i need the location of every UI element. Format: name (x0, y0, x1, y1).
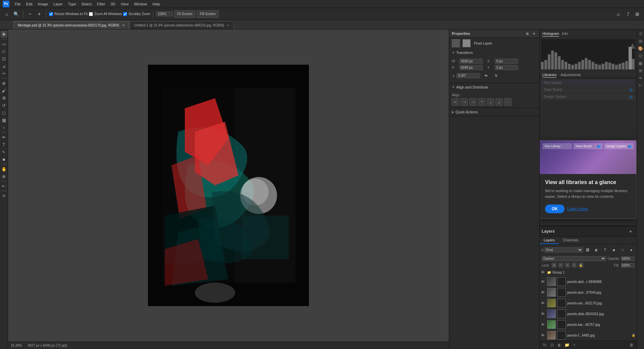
layer-3-eye[interactable]: 👁 (541, 301, 546, 305)
distribute-more[interactable]: ··· (504, 98, 512, 106)
filter-kind-select[interactable]: Kind (544, 247, 583, 252)
align-center-h[interactable]: ⊣ (461, 98, 468, 106)
layer-row-5[interactable]: 👁 pexels-kar...46757.jpg (540, 319, 637, 330)
tool-dodge[interactable]: ○ (1, 124, 7, 131)
your-library-item[interactable]: Your Library (541, 79, 635, 86)
library-design-system[interactable]: Design System 👥 (604, 143, 634, 149)
layer-row-4[interactable]: 👁 pexels-dids-3824262.jpg (540, 308, 637, 319)
menu-help[interactable]: Help (150, 0, 163, 8)
align-right[interactable]: ⊣ (469, 98, 477, 106)
quick-actions-header[interactable]: ▶ Quick Actions (449, 108, 539, 116)
menu-layer[interactable]: Layer (51, 0, 65, 8)
layer-row-3[interactable]: 👁 pexels-ser...602170.jpg (540, 298, 637, 308)
flip-h-button[interactable]: ⇆ (482, 71, 490, 79)
filter-text-btn[interactable]: T (601, 246, 609, 254)
scrubby-zoom-checkbox[interactable]: Scrubby Zoom (123, 12, 150, 16)
filter-smart-btn[interactable]: ☆ (619, 246, 627, 254)
layer-fx-button[interactable]: fx (542, 342, 548, 348)
tool-fg-bg[interactable]: ■□ (1, 183, 7, 189)
layer-1-eye[interactable]: 👁 (541, 280, 546, 284)
swatches-icon[interactable]: ⊡ (638, 53, 644, 59)
fit-screen-button[interactable]: Fit Screen (174, 10, 196, 18)
tool-stamp[interactable]: ♻ (1, 95, 7, 101)
filter-shape-btn[interactable]: ■ (610, 246, 618, 254)
layer-row-2[interactable]: 👁 pexels-ann...67544.jpg (540, 287, 637, 298)
layers-add-button[interactable]: + (627, 227, 635, 235)
menu-select[interactable]: Select (79, 0, 95, 8)
histogram-tab[interactable]: Histogram (542, 31, 559, 37)
menu-3d[interactable]: 3D (108, 0, 118, 8)
filter-pixel-btn[interactable]: 🖼 (584, 246, 592, 254)
flip-v-button[interactable]: ⇅ (492, 71, 500, 79)
lock-all-icon[interactable]: 🔒 (579, 263, 583, 268)
tool-type[interactable]: T (1, 141, 7, 148)
h-input[interactable] (459, 65, 483, 70)
zoom-out-button[interactable]: − (26, 10, 34, 18)
zoom-input[interactable] (156, 11, 173, 16)
blend-mode-select[interactable]: Darken (542, 256, 606, 261)
opacity-input[interactable] (621, 256, 635, 261)
properties-expand[interactable]: ⊞ (525, 31, 530, 36)
group-1-header[interactable]: 👁 📁 Group 1 (540, 268, 637, 276)
library-team-brand[interactable]: Team Brand 👥 (573, 143, 603, 149)
tool-path-select[interactable]: ↖ (1, 149, 7, 155)
tool-zoom[interactable]: ⊕ (1, 173, 7, 180)
zoom-all-windows-checkbox[interactable]: Zoom All Windows (89, 12, 122, 16)
properties-close[interactable]: ✕ (531, 31, 537, 36)
search-button[interactable]: 🔍 (12, 10, 20, 18)
layer-delete-button[interactable]: 🗑 (629, 342, 635, 348)
y-input[interactable] (495, 65, 518, 70)
transform-header[interactable]: ▼ Transform (449, 49, 539, 57)
menu-image[interactable]: Image (35, 0, 51, 8)
history-icon[interactable]: ↺ (638, 31, 644, 37)
align-center-v[interactable]: ⊥ (487, 98, 494, 106)
channels-tab[interactable]: Channels (559, 237, 582, 244)
layer-row-6[interactable]: 👁 pexels-f...9485.jpg 🔒 (540, 330, 637, 341)
fill-input[interactable] (621, 263, 635, 268)
share-button[interactable]: ⤴ (624, 10, 632, 18)
align-bottom[interactable]: ⊥ (495, 98, 503, 106)
layers-tab[interactable]: Layers (540, 237, 559, 244)
filter-toggle-btn[interactable]: ● (627, 246, 635, 254)
resize-windows-checkbox[interactable]: Resize Windows to Fit (49, 12, 88, 16)
workspace-button[interactable]: ⊞ (633, 10, 641, 18)
gradient-panel-icon[interactable]: ▦ (638, 60, 644, 66)
layer-2-eye[interactable]: 👁 (541, 290, 546, 294)
layer-new-button[interactable]: + (571, 342, 577, 348)
lock-artboard-icon[interactable]: ⊡ (572, 263, 577, 268)
tool-move[interactable]: ✛ (1, 31, 7, 38)
menu-view[interactable]: View (118, 0, 131, 8)
search-right-button[interactable]: ⌕ (614, 10, 623, 18)
libraries-tab[interactable]: Libraries (542, 72, 556, 78)
library-ok-button[interactable]: OK (545, 205, 565, 213)
properties-icon[interactable]: ⊞ (638, 38, 644, 44)
tool-hand[interactable]: ✋ (1, 166, 7, 172)
tab-1-close[interactable]: ✕ (122, 23, 125, 27)
tool-crop[interactable]: ⊿ (1, 63, 7, 69)
tab-1[interactable]: Montage.psd @ 15.3% (pexels-serinuscanar… (13, 21, 129, 29)
filter-adj-btn[interactable]: ◐ (592, 246, 600, 254)
menu-edit[interactable]: Edit (23, 0, 35, 8)
menu-window[interactable]: Window (131, 0, 150, 8)
tool-gradient[interactable]: ▦ (1, 117, 7, 123)
tool-select[interactable]: ⊡ (1, 55, 7, 62)
layer-6-eye[interactable]: 👁 (541, 333, 546, 337)
layer-row-1[interactable]: 👁 pexels-abd...r-5846898 (540, 276, 637, 287)
library-learn-more-button[interactable]: Learn more (567, 207, 588, 211)
layer-mask-button[interactable]: ⊡ (549, 342, 555, 348)
w-input[interactable] (459, 59, 483, 64)
adjustments-tab[interactable]: Adjustments (560, 72, 581, 78)
design-system-item[interactable]: Design System 👥 (541, 94, 635, 100)
channels-icon[interactable]: ⊢ (638, 82, 644, 89)
patterns-icon[interactable]: ⊞ (638, 68, 644, 74)
library-your-library[interactable]: Your Library (542, 143, 572, 149)
tool-extra[interactable]: ⊞ (1, 192, 7, 199)
layer-4-eye[interactable]: 👁 (541, 312, 546, 316)
lock-pixels-icon[interactable]: ⊞ (552, 263, 556, 268)
tool-healing[interactable]: ⊕ (1, 80, 7, 86)
tool-lasso[interactable]: ⊂ (1, 48, 7, 55)
x-input[interactable] (495, 59, 518, 64)
tool-marquee[interactable]: ▭ (1, 41, 7, 47)
zoom-in-button[interactable]: + (35, 10, 43, 18)
color-icon[interactable]: 🎨 (638, 46, 644, 52)
